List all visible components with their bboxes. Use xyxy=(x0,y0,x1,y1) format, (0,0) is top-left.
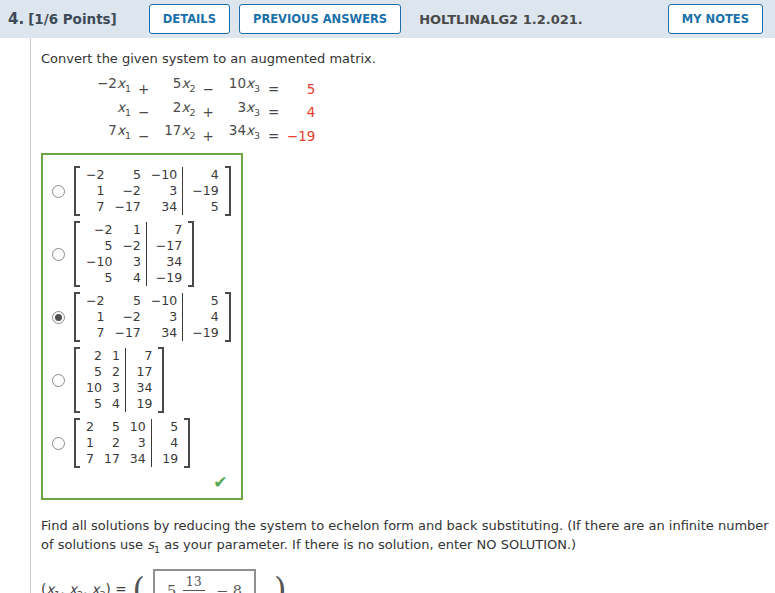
equals-sign: = xyxy=(260,98,285,122)
right-bracket xyxy=(225,166,231,216)
left-bracket xyxy=(74,292,80,342)
close-parenthesis: ) xyxy=(274,573,286,593)
equation-system: −2x1+5x2−10x3=5x1−2x2+3x3=47x1−17x2+34x3… xyxy=(89,74,315,145)
equation-operator: + xyxy=(196,98,221,122)
correct-checkmark-icon: ✔ xyxy=(213,472,227,492)
equation-operator: − xyxy=(131,98,156,122)
question-content: Convert the given system to an augmented… xyxy=(30,38,775,593)
equation-operator: + xyxy=(131,74,156,98)
equation-operator: − xyxy=(131,121,156,145)
equation-rhs: 5 xyxy=(285,74,315,98)
fraction-numerator: 13 xyxy=(183,575,205,591)
matrix-values: −2175−2−17−1033454−19 xyxy=(81,222,187,286)
answer-input-box[interactable]: 5, 13 2 , − 8 ✖ xyxy=(153,569,256,593)
answer-lhs: (x1, x2, x3) = xyxy=(41,581,126,593)
previous-answers-button[interactable]: PREVIOUS ANSWERS xyxy=(239,4,401,34)
left-bracket xyxy=(74,166,80,216)
equation-term: 2x2 xyxy=(156,98,195,122)
choice-radio[interactable] xyxy=(52,248,65,261)
assignment-question-panel: 4.[1/6 Points] DETAILS PREVIOUS ANSWERS … xyxy=(0,0,775,593)
equation-row: x1−2x2+3x3=4 xyxy=(89,98,315,122)
assignment-code: HOLTLINALG2 1.2.021. xyxy=(419,12,583,27)
matrix-values: −25−1051−2347−1734−19 xyxy=(81,293,224,341)
equation-operator: + xyxy=(196,121,221,145)
augmented-matrix: −25−1051−2347−1734−19 xyxy=(74,291,231,343)
details-button[interactable]: DETAILS xyxy=(149,4,230,34)
answer-choice[interactable]: −25−1041−23−197−17345 xyxy=(52,165,231,217)
open-parenthesis: ( xyxy=(132,573,144,593)
answer-row: (x1, x2, x3) = ( 5, 13 2 , − 8 ✖ ) xyxy=(41,569,775,593)
augmented-matrix: −2175−2−17−1033454−19 xyxy=(74,220,194,288)
equals-sign: = xyxy=(260,74,285,98)
equation-term: x1 xyxy=(89,98,131,122)
equation-rhs: 4 xyxy=(285,98,315,122)
equation-rhs: −19 xyxy=(285,121,315,145)
answer-fraction: 13 2 xyxy=(183,575,205,593)
left-bracket xyxy=(74,221,80,287)
choice-list: −25−1041−23−197−17345−2175−2−17−1033454−… xyxy=(52,165,231,469)
question-points: [1/6 Points] xyxy=(28,11,117,27)
choice-radio[interactable] xyxy=(52,311,65,324)
question-number-points: 4.[1/6 Points] xyxy=(8,10,117,28)
answer-choice[interactable]: 2175217103345419 xyxy=(52,346,231,414)
equation-term: 7x1 xyxy=(89,121,131,145)
right-bracket xyxy=(158,347,164,413)
matrix-values: 2510512347173419 xyxy=(81,419,183,467)
answer-choice[interactable]: −25−1051−2347−1734−19 xyxy=(52,291,231,343)
answer-choice[interactable]: 2510512347173419 xyxy=(52,417,231,469)
equation-term: 3x3 xyxy=(221,98,260,122)
equation-operator: − xyxy=(196,74,221,98)
equation-term: 34x3 xyxy=(221,121,260,145)
answer-value-before: 5, xyxy=(167,583,181,593)
equation-term: 10x3 xyxy=(221,74,260,98)
my-notes-button[interactable]: MY NOTES xyxy=(668,4,763,34)
matrix-values: −25−1041−23−197−17345 xyxy=(81,167,224,215)
augmented-matrix: 2510512347173419 xyxy=(74,417,190,469)
solve-instruction: Find all solutions by reducing the syste… xyxy=(41,516,775,559)
equation-term: 17x2 xyxy=(156,121,195,145)
grading-mark-row: ✔ xyxy=(52,472,231,496)
question-header-bar: 4.[1/6 Points] DETAILS PREVIOUS ANSWERS … xyxy=(0,0,775,38)
equals-sign: = xyxy=(260,121,285,145)
right-bracket xyxy=(225,292,231,342)
right-bracket xyxy=(184,418,190,468)
augmented-matrix: −25−1041−23−197−17345 xyxy=(74,165,231,217)
left-bracket xyxy=(74,418,80,468)
choice-radio[interactable] xyxy=(52,437,65,450)
right-bracket xyxy=(188,221,194,287)
instruction-line2: as your parameter. If there is no soluti… xyxy=(160,537,576,552)
problem-intro: Convert the given system to an augmented… xyxy=(41,51,775,66)
equation-row: −2x1+5x2−10x3=5 xyxy=(89,74,315,98)
equation-row: 7x1−17x2+34x3=−19 xyxy=(89,121,315,145)
equation-term: 5x2 xyxy=(156,74,195,98)
answer-choice[interactable]: −2175−2−17−1033454−19 xyxy=(52,220,231,288)
left-bracket xyxy=(74,347,80,413)
choice-radio[interactable] xyxy=(52,185,65,198)
multiple-choice-box: −25−1041−23−197−17345−2175−2−17−1033454−… xyxy=(41,153,243,500)
matrix-values: 2175217103345419 xyxy=(81,348,157,412)
equation-term: −2x1 xyxy=(89,74,131,98)
answer-value-after: , − 8 xyxy=(207,583,242,593)
parameter-variable: s xyxy=(147,537,154,552)
augmented-matrix: 2175217103345419 xyxy=(74,346,164,414)
choice-radio[interactable] xyxy=(52,374,65,387)
question-number: 4. xyxy=(8,10,24,28)
